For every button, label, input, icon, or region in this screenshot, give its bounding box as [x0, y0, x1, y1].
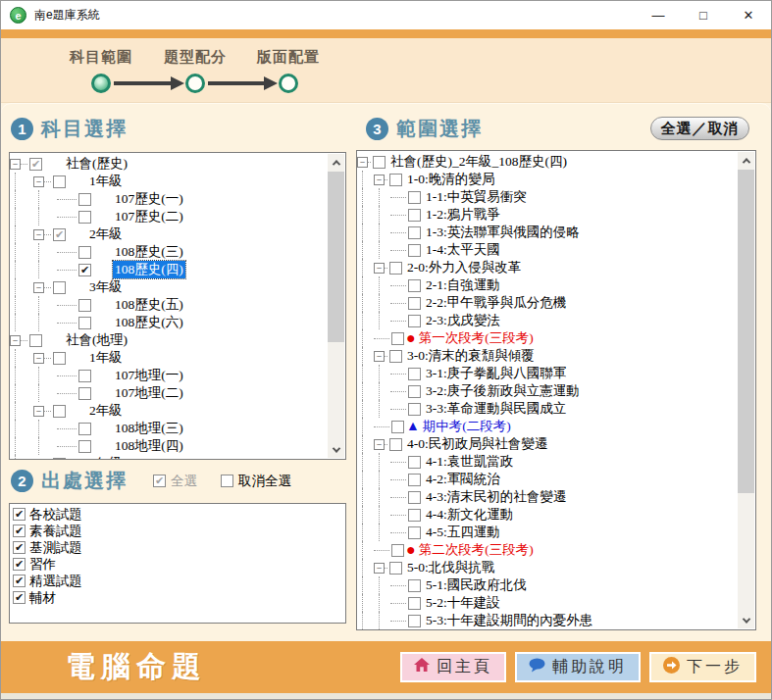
tree-checkbox[interactable]: ✔: [78, 387, 91, 400]
select-all-toggle-button[interactable]: 全選／取消: [650, 117, 749, 140]
collapse-icon[interactable]: −: [10, 335, 21, 346]
tree-item[interactable]: −✔社會(地理): [10, 331, 328, 349]
tree-item[interactable]: ✔5-2:十年建設: [357, 594, 738, 612]
subject-tree-scrollbar[interactable]: [328, 154, 344, 458]
tree-item[interactable]: −✔社會(歷史): [10, 155, 328, 173]
tree-item[interactable]: ✔2-2:甲午戰爭與瓜分危機: [357, 294, 738, 312]
tree-checkbox[interactable]: ✔: [53, 352, 66, 365]
tree-checkbox[interactable]: ✔: [408, 615, 421, 627]
tree-checkbox[interactable]: ✔: [408, 385, 421, 398]
step-dot-3[interactable]: [279, 74, 298, 93]
tree-checkbox[interactable]: ✔: [78, 440, 91, 453]
tree-checkbox[interactable]: ✔: [408, 297, 421, 310]
tree-checkbox[interactable]: ✔: [78, 264, 91, 276]
tree-checkbox[interactable]: ✔: [389, 350, 402, 363]
tree-item[interactable]: ✔1-3:英法聯軍與俄國的侵略: [357, 224, 738, 241]
tree-checkbox[interactable]: ✔: [78, 317, 91, 329]
collapse-icon[interactable]: −: [374, 263, 385, 274]
tree-checkbox[interactable]: ✔: [408, 209, 421, 222]
tree-item[interactable]: −✔1年級: [10, 349, 328, 367]
tree-checkbox[interactable]: ✔: [53, 281, 66, 294]
scroll-up-icon[interactable]: [738, 152, 754, 169]
select-all-checkbox[interactable]: ✔: [153, 475, 166, 487]
tree-checkbox[interactable]: ✔: [389, 438, 402, 451]
tree-item[interactable]: ✔▲期中考(二段考): [357, 418, 738, 435]
tree-checkbox[interactable]: ✔: [408, 526, 421, 539]
tree-item[interactable]: −✔3年級: [10, 278, 328, 296]
tree-item[interactable]: ✔108歷史(五): [10, 296, 328, 314]
collapse-icon[interactable]: −: [374, 439, 385, 450]
tree-item[interactable]: −✔1年級: [10, 173, 328, 190]
tree-checkbox[interactable]: ✔: [78, 193, 91, 206]
next-step-button[interactable]: 下一步: [649, 652, 756, 682]
tree-checkbox[interactable]: ✔: [29, 158, 42, 171]
tree-item[interactable]: ✔108地理(四): [10, 437, 328, 455]
minimize-button[interactable]: —: [636, 1, 681, 29]
tree-checkbox[interactable]: ✔: [408, 403, 421, 416]
scrollbar-thumb[interactable]: [328, 172, 344, 342]
tree-checkbox[interactable]: ✔: [389, 262, 402, 275]
collapse-icon[interactable]: −: [33, 282, 44, 293]
tree-checkbox[interactable]: ✔: [408, 226, 421, 239]
tree-item[interactable]: −✔3年級: [10, 455, 328, 459]
tree-item[interactable]: −✔5-0:北伐與抗戰: [357, 559, 738, 576]
tree-checkbox[interactable]: ✔: [53, 405, 66, 418]
step-dot-1[interactable]: [91, 74, 111, 93]
tree-checkbox[interactable]: ✔: [408, 474, 421, 486]
source-list-item[interactable]: ✔基測試題: [13, 539, 345, 556]
select-all-checkbox-group[interactable]: ✔ 全選: [153, 473, 197, 490]
tree-item[interactable]: ✔1-1:中英貿易衝突: [357, 188, 738, 206]
collapse-icon[interactable]: −: [33, 459, 44, 460]
source-list-item[interactable]: ✔輔材: [13, 589, 345, 606]
tree-checkbox[interactable]: ✔: [391, 332, 404, 345]
tree-item[interactable]: ✔●第一次段考(三段考): [357, 329, 738, 347]
tree-item[interactable]: ✔●第二次段考(三段考): [357, 541, 738, 559]
tree-checkbox[interactable]: ✔: [78, 246, 91, 259]
close-button[interactable]: ✕: [726, 1, 771, 29]
source-list-item[interactable]: ✔精選試題: [13, 573, 345, 589]
collapse-icon[interactable]: −: [357, 157, 368, 168]
tree-checkbox[interactable]: ✔: [78, 423, 91, 435]
tree-checkbox[interactable]: ✔: [53, 228, 66, 241]
tree-checkbox[interactable]: ✔: [408, 579, 421, 592]
source-checkbox[interactable]: ✔: [13, 508, 26, 521]
tree-checkbox[interactable]: ✔: [53, 458, 66, 460]
tree-item[interactable]: ✔107地理(一): [10, 367, 328, 384]
collapse-icon[interactable]: −: [33, 229, 44, 240]
source-list-item[interactable]: ✔習作: [13, 556, 345, 573]
tree-checkbox[interactable]: ✔: [408, 456, 421, 469]
source-checkbox[interactable]: ✔: [13, 591, 26, 604]
source-list-item[interactable]: ✔各校試題: [13, 506, 345, 523]
home-button[interactable]: 回主頁: [400, 652, 506, 682]
tree-item[interactable]: −✔2年級: [10, 402, 328, 420]
tree-checkbox[interactable]: ✔: [389, 174, 402, 186]
tree-item[interactable]: ✔5-1:國民政府北伐: [357, 576, 738, 594]
tree-item[interactable]: ✔107歷史(二): [10, 208, 328, 225]
tree-item[interactable]: −✔1-0:晚清的變局: [357, 171, 738, 188]
scroll-down-icon[interactable]: [328, 441, 344, 458]
source-checkbox[interactable]: ✔: [13, 558, 26, 571]
tree-checkbox[interactable]: ✔: [408, 244, 421, 257]
tree-item[interactable]: ✔2-3:戊戌變法: [357, 312, 738, 329]
tree-checkbox[interactable]: ✔: [53, 175, 66, 188]
collapse-icon[interactable]: −: [374, 175, 385, 185]
maximize-button[interactable]: □: [681, 1, 726, 29]
scroll-up-icon[interactable]: [328, 154, 344, 171]
tree-checkbox[interactable]: ✔: [78, 211, 91, 224]
tree-item[interactable]: −✔2-0:外力入侵與改革: [357, 259, 738, 276]
collapse-icon[interactable]: −: [33, 176, 44, 187]
tree-item[interactable]: ✔1-4:太平天國: [357, 241, 738, 259]
tree-checkbox[interactable]: ✔: [408, 509, 421, 522]
tree-item[interactable]: ✔4-1:袁世凱當政: [357, 453, 738, 471]
tree-item[interactable]: ✔1-2:鴉片戰爭: [357, 206, 738, 224]
collapse-icon[interactable]: −: [33, 353, 44, 364]
tree-checkbox[interactable]: ✔: [78, 370, 91, 382]
tree-checkbox[interactable]: ✔: [408, 368, 421, 380]
tree-checkbox[interactable]: ✔: [408, 279, 421, 292]
tree-checkbox[interactable]: ✔: [408, 491, 421, 504]
collapse-icon[interactable]: −: [10, 159, 21, 170]
tree-item[interactable]: ✔107歷史(一): [10, 190, 328, 208]
tree-item[interactable]: −✔社會(歷史)_2年級_108歷史(四): [357, 153, 738, 171]
collapse-icon[interactable]: −: [374, 351, 385, 362]
tree-item[interactable]: ✔108歷史(六): [10, 314, 328, 331]
